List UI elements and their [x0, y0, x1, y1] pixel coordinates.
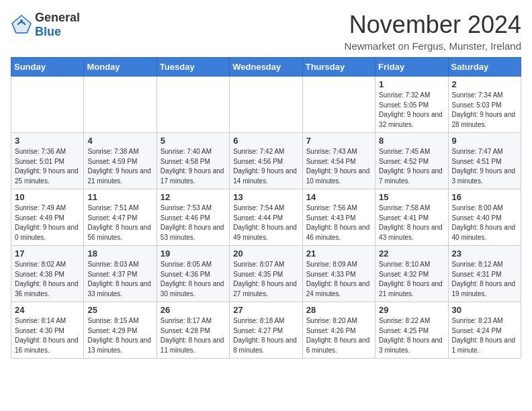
- day-info: Sunrise: 7:51 AM Sunset: 4:47 PM Dayligh…: [87, 203, 152, 242]
- day-info: Sunrise: 7:58 AM Sunset: 4:41 PM Dayligh…: [379, 203, 444, 242]
- calendar-cell: 6Sunrise: 7:42 AM Sunset: 4:56 PM Daylig…: [230, 133, 302, 189]
- day-number: 10: [15, 192, 80, 202]
- day-info: Sunrise: 8:09 AM Sunset: 4:33 PM Dayligh…: [306, 260, 371, 299]
- day-number: 4: [87, 136, 152, 146]
- logo-general: General: [35, 11, 80, 24]
- calendar-cell: 1Sunrise: 7:32 AM Sunset: 5:05 PM Daylig…: [375, 77, 448, 133]
- day-info: Sunrise: 7:47 AM Sunset: 4:51 PM Dayligh…: [452, 147, 517, 186]
- day-number: 7: [306, 136, 371, 146]
- calendar-cell: 13Sunrise: 7:54 AM Sunset: 4:44 PM Dayli…: [230, 189, 302, 246]
- page-header: General Blue November 2024 Newmarket on …: [11, 11, 521, 52]
- day-info: Sunrise: 8:12 AM Sunset: 4:31 PM Dayligh…: [452, 260, 517, 299]
- day-number: 9: [452, 136, 517, 146]
- calendar-cell: 11Sunrise: 7:51 AM Sunset: 4:47 PM Dayli…: [84, 189, 157, 246]
- day-number: 18: [87, 248, 152, 259]
- column-header-saturday: Saturday: [448, 58, 521, 77]
- column-header-friday: Friday: [375, 58, 448, 77]
- day-number: 12: [161, 192, 226, 202]
- day-number: 26: [161, 305, 226, 315]
- calendar-cell: 29Sunrise: 8:22 AM Sunset: 4:25 PM Dayli…: [375, 302, 448, 359]
- day-number: 17: [15, 248, 80, 259]
- calendar-cell: [84, 77, 157, 133]
- calendar-cell: [11, 77, 84, 133]
- calendar-cell: 26Sunrise: 8:17 AM Sunset: 4:28 PM Dayli…: [157, 302, 229, 359]
- svg-marker-1: [13, 17, 30, 33]
- calendar-cell: 9Sunrise: 7:47 AM Sunset: 4:51 PM Daylig…: [448, 133, 521, 189]
- column-header-wednesday: Wednesday: [230, 58, 302, 77]
- calendar-cell: 24Sunrise: 8:14 AM Sunset: 4:30 PM Dayli…: [11, 302, 84, 359]
- day-info: Sunrise: 7:53 AM Sunset: 4:46 PM Dayligh…: [161, 203, 226, 242]
- day-number: 3: [15, 136, 80, 146]
- day-info: Sunrise: 8:05 AM Sunset: 4:36 PM Dayligh…: [161, 260, 226, 299]
- day-info: Sunrise: 8:14 AM Sunset: 4:30 PM Dayligh…: [15, 316, 80, 355]
- column-header-sunday: Sunday: [11, 58, 84, 77]
- day-info: Sunrise: 7:43 AM Sunset: 4:54 PM Dayligh…: [306, 147, 371, 186]
- week-row-3: 10Sunrise: 7:49 AM Sunset: 4:49 PM Dayli…: [11, 189, 521, 246]
- day-info: Sunrise: 8:22 AM Sunset: 4:25 PM Dayligh…: [379, 316, 444, 355]
- day-info: Sunrise: 8:23 AM Sunset: 4:24 PM Dayligh…: [452, 316, 517, 355]
- day-info: Sunrise: 8:00 AM Sunset: 4:40 PM Dayligh…: [452, 203, 517, 242]
- logo-icon: [11, 14, 32, 36]
- calendar-cell: [157, 77, 229, 133]
- calendar-cell: 5Sunrise: 7:40 AM Sunset: 4:58 PM Daylig…: [157, 133, 229, 189]
- day-number: 23: [452, 248, 517, 259]
- week-row-2: 3Sunrise: 7:36 AM Sunset: 5:01 PM Daylig…: [11, 133, 521, 189]
- day-number: 15: [379, 192, 444, 202]
- day-number: 22: [379, 248, 444, 259]
- day-info: Sunrise: 8:20 AM Sunset: 4:26 PM Dayligh…: [306, 316, 371, 355]
- day-info: Sunrise: 8:03 AM Sunset: 4:37 PM Dayligh…: [87, 260, 152, 299]
- day-number: 29: [379, 305, 444, 315]
- calendar-cell: 28Sunrise: 8:20 AM Sunset: 4:26 PM Dayli…: [302, 302, 375, 359]
- day-number: 2: [452, 79, 517, 89]
- day-number: 28: [306, 305, 371, 315]
- calendar-cell: 4Sunrise: 7:38 AM Sunset: 4:59 PM Daylig…: [84, 133, 157, 189]
- day-info: Sunrise: 7:56 AM Sunset: 4:43 PM Dayligh…: [306, 203, 371, 242]
- calendar-cell: 16Sunrise: 8:00 AM Sunset: 4:40 PM Dayli…: [448, 189, 521, 246]
- calendar-cell: [302, 77, 375, 133]
- day-info: Sunrise: 7:54 AM Sunset: 4:44 PM Dayligh…: [233, 203, 298, 242]
- calendar-cell: 20Sunrise: 8:07 AM Sunset: 4:35 PM Dayli…: [230, 246, 302, 302]
- day-number: 6: [233, 136, 298, 146]
- column-header-monday: Monday: [84, 58, 157, 77]
- day-info: Sunrise: 7:40 AM Sunset: 4:58 PM Dayligh…: [161, 147, 226, 186]
- calendar-cell: 17Sunrise: 8:02 AM Sunset: 4:38 PM Dayli…: [11, 246, 84, 302]
- calendar-cell: 22Sunrise: 8:10 AM Sunset: 4:32 PM Dayli…: [375, 246, 448, 302]
- calendar-cell: 3Sunrise: 7:36 AM Sunset: 5:01 PM Daylig…: [11, 133, 84, 189]
- calendar-header-row: SundayMondayTuesdayWednesdayThursdayFrid…: [11, 58, 521, 77]
- day-number: 11: [87, 192, 152, 202]
- column-header-thursday: Thursday: [302, 58, 375, 77]
- week-row-4: 17Sunrise: 8:02 AM Sunset: 4:38 PM Dayli…: [11, 246, 521, 302]
- day-info: Sunrise: 7:38 AM Sunset: 4:59 PM Dayligh…: [87, 147, 152, 186]
- week-row-5: 24Sunrise: 8:14 AM Sunset: 4:30 PM Dayli…: [11, 302, 521, 359]
- day-info: Sunrise: 8:18 AM Sunset: 4:27 PM Dayligh…: [233, 316, 298, 355]
- day-info: Sunrise: 8:07 AM Sunset: 4:35 PM Dayligh…: [233, 260, 298, 299]
- calendar-cell: 8Sunrise: 7:45 AM Sunset: 4:52 PM Daylig…: [375, 133, 448, 189]
- calendar-cell: 10Sunrise: 7:49 AM Sunset: 4:49 PM Dayli…: [11, 189, 84, 246]
- logo-wordmark: General Blue: [35, 11, 80, 39]
- day-number: 14: [306, 192, 371, 202]
- day-info: Sunrise: 7:42 AM Sunset: 4:56 PM Dayligh…: [233, 147, 298, 186]
- day-number: 8: [379, 136, 444, 146]
- day-number: 19: [161, 248, 226, 259]
- day-number: 21: [306, 248, 371, 259]
- logo-blue: Blue: [35, 25, 61, 38]
- day-info: Sunrise: 7:34 AM Sunset: 5:03 PM Dayligh…: [452, 91, 517, 130]
- day-info: Sunrise: 8:10 AM Sunset: 4:32 PM Dayligh…: [379, 260, 444, 299]
- calendar-cell: 12Sunrise: 7:53 AM Sunset: 4:46 PM Dayli…: [157, 189, 229, 246]
- calendar-cell: 30Sunrise: 8:23 AM Sunset: 4:24 PM Dayli…: [448, 302, 521, 359]
- calendar-cell: 27Sunrise: 8:18 AM Sunset: 4:27 PM Dayli…: [230, 302, 302, 359]
- day-info: Sunrise: 8:17 AM Sunset: 4:28 PM Dayligh…: [161, 316, 226, 355]
- calendar-cell: [230, 77, 302, 133]
- calendar-cell: 14Sunrise: 7:56 AM Sunset: 4:43 PM Dayli…: [302, 189, 375, 246]
- week-row-1: 1Sunrise: 7:32 AM Sunset: 5:05 PM Daylig…: [11, 77, 521, 133]
- day-number: 24: [15, 305, 80, 315]
- calendar-cell: 19Sunrise: 8:05 AM Sunset: 4:36 PM Dayli…: [157, 246, 229, 302]
- day-info: Sunrise: 7:32 AM Sunset: 5:05 PM Dayligh…: [379, 91, 444, 130]
- calendar-cell: 15Sunrise: 7:58 AM Sunset: 4:41 PM Dayli…: [375, 189, 448, 246]
- day-number: 27: [233, 305, 298, 315]
- column-header-tuesday: Tuesday: [157, 58, 229, 77]
- day-info: Sunrise: 7:36 AM Sunset: 5:01 PM Dayligh…: [15, 147, 80, 186]
- day-info: Sunrise: 7:49 AM Sunset: 4:49 PM Dayligh…: [15, 203, 80, 242]
- day-info: Sunrise: 8:02 AM Sunset: 4:38 PM Dayligh…: [15, 260, 80, 299]
- calendar-cell: 21Sunrise: 8:09 AM Sunset: 4:33 PM Dayli…: [302, 246, 375, 302]
